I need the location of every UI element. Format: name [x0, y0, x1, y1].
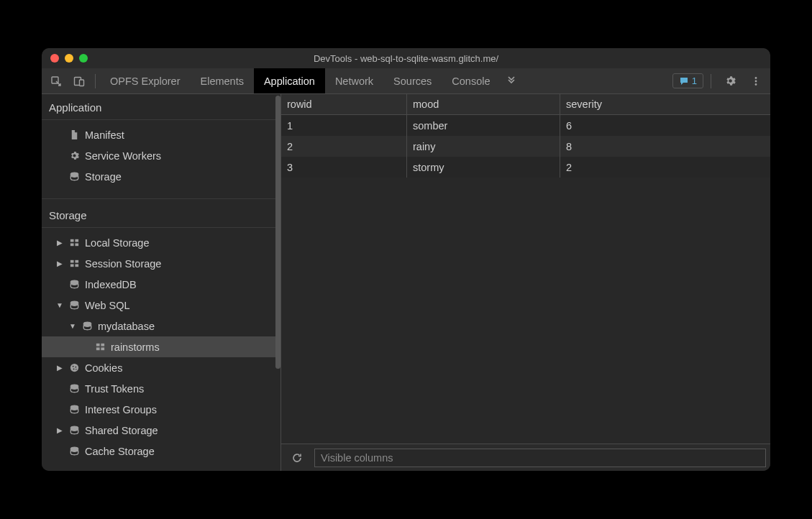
maximize-window-button[interactable]	[79, 54, 88, 63]
expand-arrow-icon[interactable]: ▼	[56, 301, 63, 309]
sidebar-item-label: Interest Groups	[85, 404, 157, 415]
svg-point-26	[76, 369, 77, 370]
panel-tabs: OPFS Explorer Elements Application Netwo…	[100, 68, 523, 93]
svg-rect-18	[96, 344, 99, 346]
minimize-window-button[interactable]	[65, 54, 73, 63]
expand-arrow-icon[interactable]: ▼	[69, 322, 76, 330]
sidebar-item-cache-storage[interactable]: ▶Cache Storage	[42, 441, 280, 461]
database-icon	[68, 403, 81, 416]
application-section: ▶Manifest▶Service Workers▶Storage	[42, 120, 280, 194]
sidebar-item-indexeddb[interactable]: ▶IndexedDB	[42, 274, 280, 295]
table-header-row: rowidmoodseverity	[281, 94, 770, 115]
svg-point-25	[73, 368, 74, 369]
column-header-rowid[interactable]: rowid	[281, 94, 407, 114]
table-row[interactable]: 3stormy2	[281, 157, 770, 178]
database-icon	[68, 299, 81, 312]
storage-section: ▶Local Storage▶Session Storage▶IndexedDB…	[42, 228, 280, 469]
svg-rect-10	[75, 243, 78, 246]
sidebar-item-rainstorms[interactable]: ▶rainstorms	[42, 336, 280, 357]
table-row[interactable]: 1somber6	[281, 115, 770, 136]
database-icon	[81, 320, 93, 333]
sidebar-item-label: IndexedDB	[85, 279, 137, 290]
table-cell: rainy	[407, 136, 560, 157]
visible-columns-input[interactable]	[314, 449, 766, 467]
separator	[711, 74, 711, 88]
device-toolbar-button[interactable]	[68, 71, 91, 91]
issues-count: 1	[692, 75, 697, 86]
svg-point-4	[755, 80, 757, 82]
sidebar-item-label: Shared Storage	[85, 425, 158, 436]
sidebar-item-cookies[interactable]: ▶Cookies	[42, 357, 280, 378]
close-window-button[interactable]	[50, 54, 59, 63]
tab-network[interactable]: Network	[325, 68, 383, 93]
tab-opfs-explorer[interactable]: OPFS Explorer	[100, 68, 191, 93]
content-panel: rowidmoodseverity1somber62rainy83stormy2	[281, 94, 770, 471]
titlebar: DevTools - web-sql-to-sqlite-wasm.glitch…	[42, 48, 770, 68]
tab-console[interactable]: Console	[442, 68, 500, 93]
table-cell: somber	[407, 115, 560, 136]
svg-rect-19	[101, 344, 104, 346]
database-icon	[68, 170, 81, 183]
svg-point-3	[755, 77, 757, 79]
table-cell: 2	[281, 136, 407, 157]
table-cell: stormy	[407, 157, 560, 178]
sidebar-item-manifest[interactable]: ▶Manifest	[42, 124, 280, 145]
database-icon	[68, 424, 81, 437]
sidebar-item-service-workers[interactable]: ▶Service Workers	[42, 145, 280, 166]
database-icon	[68, 278, 81, 291]
sidebar-item-trust-tokens[interactable]: ▶Trust Tokens	[42, 378, 280, 399]
toolbar-right: 1	[672, 71, 767, 91]
expand-arrow-icon[interactable]: ▶	[56, 239, 63, 247]
sidebar-item-mydatabase[interactable]: ▼mydatabase	[42, 316, 280, 336]
sidebar-item-local-storage[interactable]: ▶Local Storage	[42, 232, 280, 253]
database-icon	[68, 382, 81, 395]
sidebar-item-web-sql[interactable]: ▼Web SQL	[42, 295, 280, 316]
expand-arrow-icon[interactable]: ▶	[56, 260, 63, 267]
separator	[95, 74, 96, 88]
sidebar-item-label: Trust Tokens	[85, 383, 144, 395]
tab-sources[interactable]: Sources	[383, 68, 442, 93]
svg-point-24	[75, 367, 76, 368]
database-icon	[68, 445, 81, 458]
sidebar-item-label: Service Workers	[85, 150, 161, 162]
column-header-severity[interactable]: severity	[560, 94, 770, 114]
sidebar-scrollbar[interactable]	[275, 94, 280, 375]
expand-arrow-icon[interactable]: ▶	[56, 426, 63, 434]
sidebar-item-label: Storage	[85, 171, 122, 183]
table-cell: 8	[560, 136, 770, 157]
settings-button[interactable]	[719, 71, 742, 91]
more-options-button[interactable]	[744, 71, 767, 91]
column-header-mood[interactable]: mood	[407, 94, 560, 114]
gear-icon	[724, 75, 736, 87]
section-header-storage: Storage	[42, 198, 280, 228]
sidebar-item-label: Cache Storage	[85, 446, 155, 457]
inspect-element-button[interactable]	[45, 71, 68, 91]
table-cell: 2	[560, 157, 770, 178]
tab-elements[interactable]: Elements	[191, 68, 254, 93]
issues-badge[interactable]: 1	[672, 73, 703, 88]
sidebar-item-storage[interactable]: ▶Storage	[42, 166, 280, 187]
table-cell: 1	[281, 115, 407, 136]
sidebar: Application ▶Manifest▶Service Workers▶St…	[42, 94, 281, 471]
svg-rect-13	[70, 264, 73, 267]
svg-rect-11	[70, 260, 73, 263]
more-tabs-button[interactable]	[500, 71, 523, 91]
tab-application[interactable]: Application	[254, 68, 325, 93]
sidebar-item-shared-storage[interactable]: ▶Shared Storage	[42, 420, 280, 441]
svg-rect-21	[101, 347, 104, 350]
sidebar-item-label: Manifest	[85, 129, 124, 141]
svg-rect-12	[75, 260, 78, 263]
grid-icon	[68, 257, 81, 270]
sidebar-item-session-storage[interactable]: ▶Session Storage	[42, 253, 280, 274]
devtools-window: DevTools - web-sql-to-sqlite-wasm.glitch…	[42, 48, 770, 471]
gear-icon	[68, 150, 81, 162]
svg-rect-7	[70, 239, 73, 242]
expand-arrow-icon[interactable]: ▶	[56, 364, 63, 372]
sidebar-item-label: Session Storage	[85, 258, 161, 270]
svg-rect-2	[80, 80, 84, 86]
file-icon	[68, 129, 81, 142]
sidebar-item-interest-groups[interactable]: ▶Interest Groups	[42, 399, 280, 420]
main-area: Application ▶Manifest▶Service Workers▶St…	[42, 94, 770, 471]
table-row[interactable]: 2rainy8	[281, 136, 770, 157]
refresh-button[interactable]	[286, 448, 309, 468]
